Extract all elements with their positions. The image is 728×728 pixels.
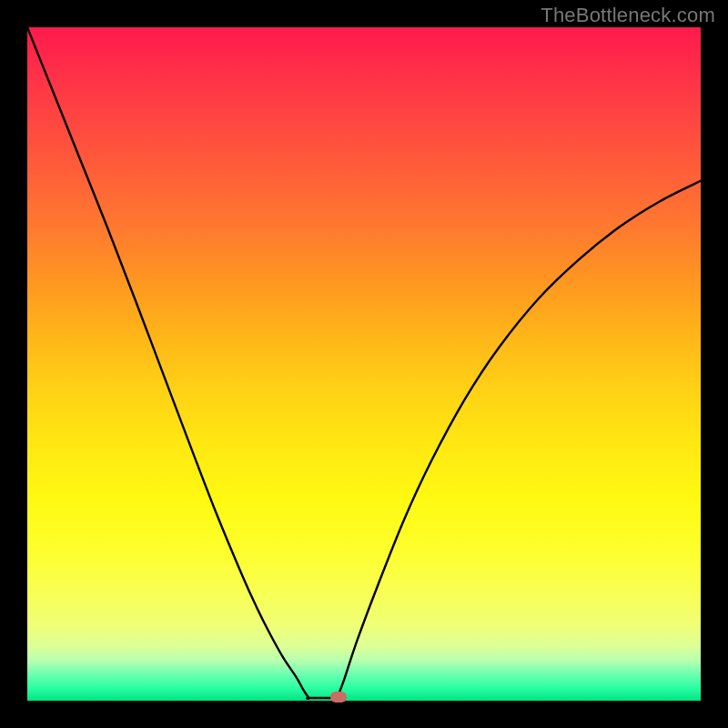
curve-layer xyxy=(27,27,701,701)
watermark-text: TheBottleneck.com xyxy=(541,4,715,27)
trough-marker xyxy=(330,692,347,703)
plot-area xyxy=(27,27,701,701)
outer-frame: TheBottleneck.com xyxy=(0,0,728,728)
bottleneck-curve xyxy=(27,27,701,699)
